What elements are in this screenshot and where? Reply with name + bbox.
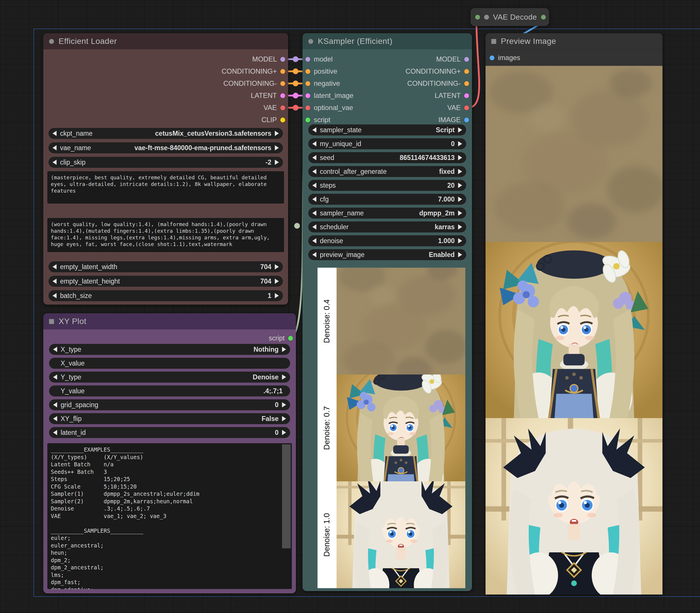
ckpt-name-widget[interactable]: ckpt_name cetusMix_cetusVersion3.safeten…: [49, 128, 283, 139]
decrement-arrow-icon[interactable]: [312, 197, 316, 202]
node-preview-image[interactable]: Preview Image images: [486, 33, 662, 595]
input-slot-images[interactable]: [490, 55, 494, 60]
grid-spacing-widget[interactable]: grid_spacing0: [49, 399, 290, 410]
increment-arrow-icon[interactable]: [458, 183, 462, 188]
preview-image-widget[interactable]: preview_imageEnabled: [308, 249, 466, 260]
collapse-dot-icon[interactable]: [308, 39, 313, 44]
decrement-arrow-icon[interactable]: [312, 141, 316, 146]
input-slot-model[interactable]: [305, 57, 310, 62]
increment-arrow-icon[interactable]: [458, 210, 462, 216]
output-slot-conditioning-minus[interactable]: [280, 81, 285, 86]
increment-arrow-icon[interactable]: [275, 131, 279, 136]
negative-prompt-textarea[interactable]: (worst quality, low quality:1.4), (malfo…: [47, 218, 284, 252]
node-header[interactable]: KSampler (Efficient): [303, 33, 472, 49]
collapse-square-icon[interactable]: [491, 39, 496, 44]
increment-arrow-icon[interactable]: [458, 169, 462, 174]
denoise-widget[interactable]: denoise1.000: [308, 235, 466, 246]
input-slot-optional-vae[interactable]: [305, 105, 310, 110]
sampler-state-widget[interactable]: sampler_stateScript: [308, 125, 466, 135]
collapsed-output-slot[interactable]: [541, 15, 546, 19]
decrement-arrow-icon[interactable]: [53, 145, 56, 151]
decrement-arrow-icon[interactable]: [53, 131, 56, 136]
increment-arrow-icon[interactable]: [282, 416, 286, 421]
decrement-arrow-icon[interactable]: [53, 279, 56, 284]
output-slot-latent[interactable]: [280, 93, 285, 98]
node-vae-decode[interactable]: VAE Decode: [471, 8, 549, 26]
decrement-arrow-icon[interactable]: [53, 347, 57, 352]
decrement-arrow-icon[interactable]: [53, 375, 57, 380]
latent-id-widget[interactable]: latent_id0: [49, 427, 290, 438]
increment-arrow-icon[interactable]: [275, 145, 279, 151]
vae-name-widget[interactable]: vae_name vae-ft-mse-840000-ema-pruned.sa…: [49, 142, 283, 153]
node-xy-plot[interactable]: XY Plot script X_typeNothing X_value Y_t…: [43, 313, 296, 594]
input-slot-positive[interactable]: [305, 69, 310, 74]
collapse-dot-icon[interactable]: [49, 39, 54, 44]
increment-arrow-icon[interactable]: [275, 264, 279, 270]
my-unique-id-widget[interactable]: my_unique_id0: [308, 138, 466, 149]
node-header[interactable]: XY Plot: [43, 313, 296, 329]
decrement-arrow-icon[interactable]: [312, 169, 316, 174]
sampler-name-widget[interactable]: sampler_namedpmpp_2m: [308, 208, 466, 219]
increment-arrow-icon[interactable]: [458, 155, 462, 160]
decrement-arrow-icon[interactable]: [53, 160, 56, 165]
node-header[interactable]: Efficient Loader: [43, 33, 288, 49]
increment-arrow-icon[interactable]: [282, 375, 286, 380]
decrement-arrow-icon[interactable]: [312, 238, 316, 244]
decrement-arrow-icon[interactable]: [312, 127, 316, 132]
input-slot-negative[interactable]: [305, 81, 310, 86]
control-after-generate-widget[interactable]: control_after_generatefixed: [308, 166, 466, 177]
increment-arrow-icon[interactable]: [458, 238, 462, 244]
node-graph-canvas[interactable]: Efficient Loader MODEL CONDITIONING+ CON…: [0, 0, 700, 613]
input-slot-script[interactable]: [305, 118, 310, 122]
x-type-widget[interactable]: X_typeNothing: [49, 344, 290, 355]
increment-arrow-icon[interactable]: [282, 430, 286, 435]
batch-size-widget[interactable]: batch_size 1: [49, 290, 283, 301]
decrement-arrow-icon[interactable]: [53, 430, 57, 435]
x-value-field[interactable]: X_value: [49, 358, 290, 369]
output-slot-image[interactable]: [464, 118, 469, 122]
collapsed-input-slot[interactable]: [475, 15, 480, 19]
decrement-arrow-icon[interactable]: [312, 210, 316, 216]
output-slot-model[interactable]: [280, 57, 285, 62]
decrement-arrow-icon[interactable]: [53, 264, 56, 270]
y-value-field[interactable]: Y_value.4;.7;1: [49, 386, 290, 396]
node-efficient-loader[interactable]: Efficient Loader MODEL CONDITIONING+ CON…: [43, 33, 288, 305]
increment-arrow-icon[interactable]: [282, 347, 286, 352]
increment-arrow-icon[interactable]: [282, 402, 286, 407]
scheduler-widget[interactable]: schedulerkarras: [308, 221, 466, 232]
increment-arrow-icon[interactable]: [275, 293, 279, 298]
node-ksampler-efficient[interactable]: KSampler (Efficient) modelMODEL positive…: [303, 33, 472, 591]
increment-arrow-icon[interactable]: [458, 141, 462, 146]
clip-skip-widget[interactable]: clip_skip -2: [49, 157, 283, 168]
output-slot-vae[interactable]: [280, 105, 285, 110]
output-slot-conditioning-plus[interactable]: [464, 69, 469, 74]
scrollbar-thumb[interactable]: [282, 444, 291, 548]
collapse-square-icon[interactable]: [49, 319, 54, 324]
output-slot-conditioning-minus[interactable]: [464, 81, 469, 86]
empty-latent-height-widget[interactable]: empty_latent_height 704: [49, 276, 283, 287]
decrement-arrow-icon[interactable]: [53, 293, 56, 298]
increment-arrow-icon[interactable]: [458, 252, 462, 257]
output-slot-script[interactable]: [288, 336, 293, 341]
decrement-arrow-icon[interactable]: [53, 416, 57, 421]
decrement-arrow-icon[interactable]: [312, 183, 316, 188]
output-slot-conditioning-plus[interactable]: [280, 69, 285, 74]
decrement-arrow-icon[interactable]: [312, 252, 316, 257]
node-header[interactable]: Preview Image: [486, 33, 662, 49]
increment-arrow-icon[interactable]: [275, 279, 279, 284]
decrement-arrow-icon[interactable]: [53, 402, 57, 407]
output-slot-latent[interactable]: [464, 93, 469, 98]
examples-textarea[interactable]: __________EXAMPLES__________ (X/Y_types)…: [47, 443, 292, 589]
output-slot-clip[interactable]: [280, 118, 285, 122]
output-slot-vae[interactable]: [464, 105, 469, 110]
increment-arrow-icon[interactable]: [458, 224, 462, 230]
y-type-widget[interactable]: Y_typeDenoise: [49, 371, 290, 382]
output-slot-model[interactable]: [464, 57, 469, 62]
empty-latent-width-widget[interactable]: empty_latent_width 704: [49, 261, 283, 272]
steps-widget[interactable]: steps20: [308, 180, 466, 191]
increment-arrow-icon[interactable]: [275, 160, 279, 165]
decrement-arrow-icon[interactable]: [312, 224, 316, 230]
increment-arrow-icon[interactable]: [458, 127, 462, 132]
collapse-dot-icon[interactable]: [484, 15, 489, 19]
positive-prompt-textarea[interactable]: (masterpiece, best quality, extremely de…: [47, 171, 284, 204]
